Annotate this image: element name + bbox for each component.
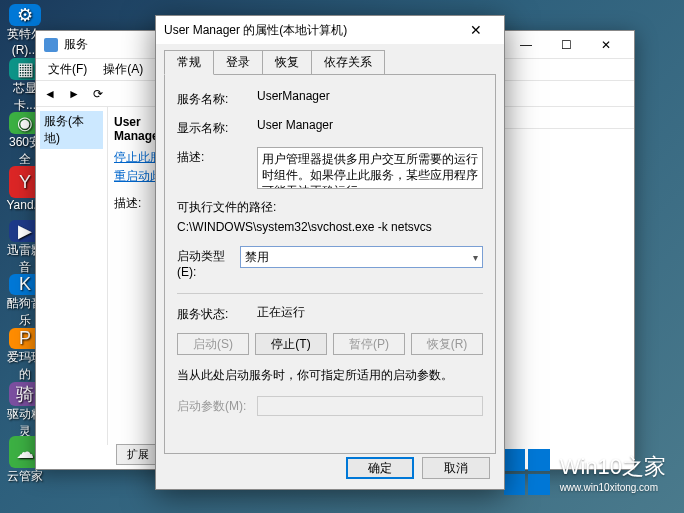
properties-titlebar[interactable]: User Manager 的属性(本地计算机) ✕ bbox=[156, 16, 504, 44]
watermark-url: www.win10xitong.com bbox=[560, 482, 666, 493]
label-startup-type: 启动类型(E): bbox=[177, 246, 240, 279]
menu-item[interactable]: 操作(A) bbox=[95, 59, 151, 80]
value-service-status: 正在运行 bbox=[257, 304, 483, 321]
app-icon: ⚙ bbox=[9, 4, 41, 26]
close-button[interactable]: ✕ bbox=[586, 34, 626, 56]
minimize-button[interactable]: — bbox=[506, 34, 546, 56]
tab-logon[interactable]: 登录 bbox=[213, 50, 263, 75]
start-params-input bbox=[257, 396, 483, 416]
label-service-status: 服务状态: bbox=[177, 304, 257, 323]
startup-type-select[interactable]: 禁用 ▾ bbox=[240, 246, 483, 268]
tab-dependencies[interactable]: 依存关系 bbox=[311, 50, 385, 75]
value-description[interactable]: 用户管理器提供多用户交互所需要的运行时组件。如果停止此服务，某些应用程序可能无法… bbox=[257, 147, 483, 189]
cancel-button[interactable]: 取消 bbox=[422, 457, 490, 479]
label-start-params: 启动参数(M): bbox=[177, 396, 257, 415]
label-service-name: 服务名称: bbox=[177, 89, 257, 108]
pause-button: 暂停(P) bbox=[333, 333, 405, 355]
properties-general-panel: 服务名称: UserManager 显示名称: User Manager 描述:… bbox=[164, 74, 496, 454]
label-exec-path: 可执行文件的路径: bbox=[177, 199, 483, 216]
param-note: 当从此处启动服务时，你可指定所适用的启动参数。 bbox=[177, 367, 483, 384]
forward-icon[interactable]: ► bbox=[64, 84, 84, 104]
tab-recovery[interactable]: 恢复 bbox=[262, 50, 312, 75]
refresh-icon[interactable]: ⟳ bbox=[88, 84, 108, 104]
tree-node-services-local[interactable]: 服务(本地) bbox=[40, 111, 103, 149]
desktop-wallpaper: ⚙英特尔(R)...▦芯显卡...◉360安全YYand...▶迅雷影音K酷狗音… bbox=[0, 0, 684, 513]
shortcut-label: 云管家 bbox=[7, 468, 43, 485]
maximize-button[interactable]: ☐ bbox=[546, 34, 586, 56]
services-tree: 服务(本地) bbox=[36, 107, 108, 445]
ok-button[interactable]: 确定 bbox=[346, 457, 414, 479]
watermark-title: Win10之家 bbox=[560, 452, 666, 482]
value-display-name: User Manager bbox=[257, 118, 483, 132]
menu-item[interactable]: 文件(F) bbox=[40, 59, 95, 80]
tab-general[interactable]: 常规 bbox=[164, 50, 214, 75]
stop-button[interactable]: 停止(T) bbox=[255, 333, 327, 355]
startup-type-value: 禁用 bbox=[245, 249, 269, 266]
properties-title: User Manager 的属性(本地计算机) bbox=[164, 22, 456, 39]
properties-tabs: 常规 登录 恢复 依存关系 bbox=[156, 44, 504, 75]
windows-logo-icon bbox=[504, 449, 550, 495]
properties-dialog: User Manager 的属性(本地计算机) ✕ 常规 登录 恢复 依存关系 … bbox=[155, 15, 505, 490]
start-button: 启动(S) bbox=[177, 333, 249, 355]
properties-footer: 确定 取消 bbox=[346, 457, 490, 479]
back-icon[interactable]: ◄ bbox=[40, 84, 60, 104]
divider bbox=[177, 293, 483, 294]
chevron-down-icon: ▾ bbox=[473, 252, 478, 263]
tab-extended[interactable]: 扩展 bbox=[116, 444, 160, 465]
label-display-name: 显示名称: bbox=[177, 118, 257, 137]
watermark: Win10之家 www.win10xitong.com bbox=[504, 449, 666, 495]
label-description: 描述: bbox=[177, 147, 257, 166]
resume-button: 恢复(R) bbox=[411, 333, 483, 355]
value-exec-path: C:\WINDOWS\system32\svchost.exe -k netsv… bbox=[177, 220, 483, 234]
value-service-name: UserManager bbox=[257, 89, 483, 103]
close-icon[interactable]: ✕ bbox=[456, 19, 496, 41]
services-icon bbox=[44, 38, 58, 52]
